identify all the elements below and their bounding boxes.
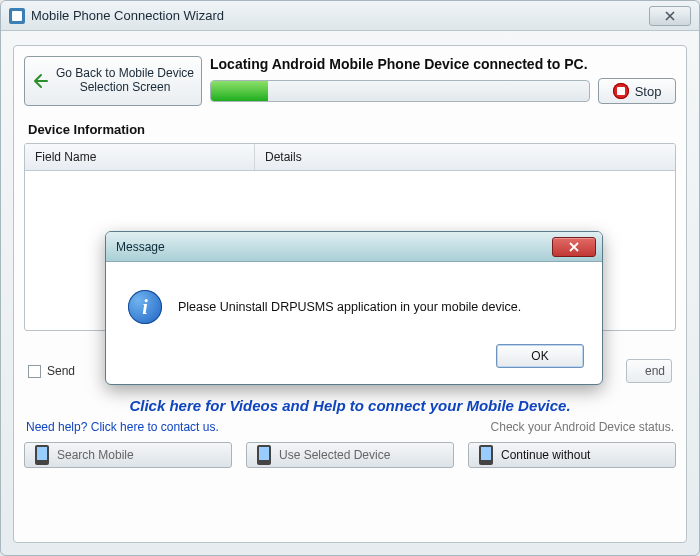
search-mobile-label: Search Mobile: [57, 448, 134, 462]
message-dialog: Message i Please Uninstall DRPUSMS appli…: [105, 231, 603, 385]
dialog-close-button[interactable]: [552, 237, 596, 257]
table-header: Field Name Details: [25, 144, 675, 171]
check-status-text: Check your Android Device status.: [491, 420, 674, 434]
phone-icon: [35, 445, 49, 465]
status-text: Locating Android Mobile Phone Device con…: [210, 56, 676, 72]
dialog-title: Message: [116, 240, 165, 254]
search-mobile-button[interactable]: Search Mobile: [24, 442, 232, 468]
info-icon: i: [128, 290, 162, 324]
device-info-label: Device Information: [28, 122, 676, 137]
window-title: Mobile Phone Connection Wizard: [31, 8, 224, 23]
dialog-titlebar: Message: [106, 232, 602, 262]
contact-link[interactable]: Need help? Click here to contact us.: [26, 420, 219, 434]
progress-bar: [210, 80, 590, 102]
send-label: Send: [47, 364, 75, 378]
go-back-label: Go Back to Mobile Device Selection Scree…: [55, 67, 195, 95]
continue-without-label: Continue without: [501, 448, 590, 462]
phone-icon: [257, 445, 271, 465]
col-field-name: Field Name: [25, 144, 255, 170]
stop-label: Stop: [635, 84, 662, 99]
titlebar: Mobile Phone Connection Wizard: [1, 1, 699, 31]
send-checkbox[interactable]: [28, 365, 41, 378]
app-icon: [9, 8, 25, 24]
window-close-button[interactable]: [649, 6, 691, 26]
col-details: Details: [255, 144, 675, 170]
use-selected-device-button[interactable]: Use Selected Device: [246, 442, 454, 468]
ok-label: OK: [531, 349, 548, 363]
dialog-message: Please Uninstall DRPUSMS application in …: [178, 300, 521, 314]
stop-icon: [613, 83, 629, 99]
stop-button[interactable]: Stop: [598, 78, 676, 104]
use-selected-label: Use Selected Device: [279, 448, 390, 462]
continue-without-button[interactable]: Continue without: [468, 442, 676, 468]
send-tail-fragment: end: [626, 359, 672, 383]
phone-icon: [479, 445, 493, 465]
help-videos-link[interactable]: Click here for Videos and Help to connec…: [24, 397, 676, 414]
wizard-window: Mobile Phone Connection Wizard Go Back t…: [0, 0, 700, 556]
go-back-button[interactable]: Go Back to Mobile Device Selection Scree…: [24, 56, 202, 106]
close-icon: [664, 11, 676, 21]
close-icon: [568, 242, 580, 252]
ok-button[interactable]: OK: [496, 344, 584, 368]
arrow-left-icon: [31, 72, 49, 90]
